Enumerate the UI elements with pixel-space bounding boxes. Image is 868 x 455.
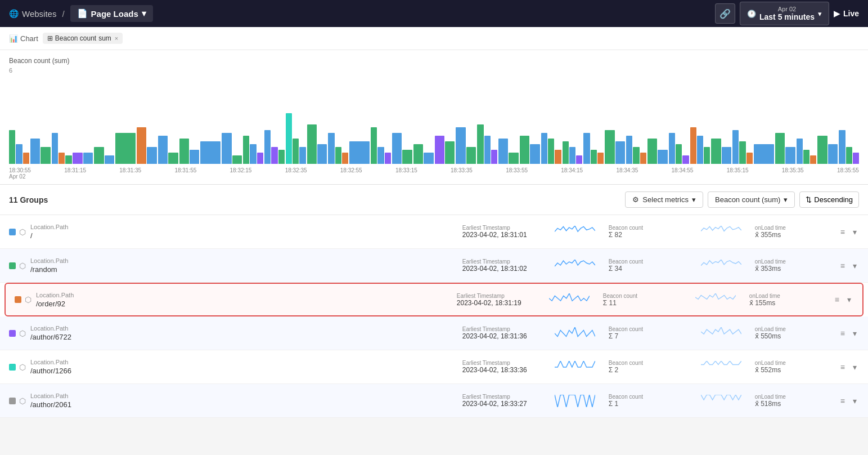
row-filter-button[interactable]: ≡: [838, 226, 847, 238]
field-value: /author/1266: [30, 367, 462, 375]
sort-order-button[interactable]: ⇅ Descending: [799, 191, 859, 208]
bar-group: [583, 133, 604, 164]
metric-badge-close[interactable]: ×: [115, 35, 118, 42]
row-expand-button[interactable]: ▾: [851, 260, 859, 271]
sort-order-label: Descending: [814, 195, 853, 204]
row-expand-button[interactable]: ▾: [851, 226, 859, 238]
breadcrumb-websites[interactable]: Websites: [22, 9, 56, 19]
metric-val-timestamp: 2023-04-02, 18:33:36: [462, 366, 527, 374]
field-value: /author/2061: [30, 400, 462, 409]
field-name: Location.Path: [36, 292, 457, 298]
sparkline: [549, 293, 590, 306]
bar-segment: [541, 133, 547, 164]
bar-group: [307, 124, 327, 164]
bar-segment: [250, 144, 256, 164]
row-filter-button[interactable]: ≡: [838, 395, 847, 407]
metric-badge-agg: sum: [98, 34, 111, 42]
row-filter-button[interactable]: ≡: [838, 260, 847, 271]
table-row: ⬡Location.Path/author/1266Earliest Times…: [0, 350, 868, 384]
row-color-indicator: [9, 330, 16, 337]
bar-group: [711, 139, 731, 164]
field-name: Location.Path: [30, 325, 462, 332]
bar-group: [328, 133, 348, 164]
metric-sort-button[interactable]: Beacon count (sum) ▾: [708, 191, 795, 208]
table-row: ⬡Location.Path/randomEarliest Timestamp2…: [0, 249, 868, 283]
chart-type-label: Chart: [20, 34, 38, 43]
metric-val-beacon: Σ 1: [609, 400, 618, 408]
row-filter-button[interactable]: ≡: [838, 328, 847, 339]
bar-chart: [9, 75, 859, 165]
metric-val-onload: x̄ 155ms: [749, 299, 775, 307]
bar-group: [690, 127, 710, 164]
metric-name-beacon: Beacon count: [609, 225, 643, 231]
metric-cell-beacon-count: Beacon countΣ 1: [609, 394, 687, 408]
metric-name-timestamp: Earliest Timestamp: [462, 225, 510, 231]
row-actions: ≡ ▾: [838, 362, 859, 373]
time-range-button[interactable]: 🕐 Apr 02 Last 5 minutes ▾: [740, 2, 829, 25]
row-tag-icon: ⬡: [19, 227, 26, 237]
live-button[interactable]: ▶ Live: [834, 9, 859, 18]
x-axis-tick: 18:34:15: [561, 167, 583, 180]
bar-segment: [605, 130, 614, 164]
bar-segment: [785, 147, 795, 164]
bar-group: [200, 141, 221, 164]
metric-name-timestamp: Earliest Timestamp: [457, 293, 505, 299]
x-axis-tick: 18:31:35: [119, 167, 141, 180]
bar-segment: [30, 139, 40, 164]
clock-icon: 🕐: [747, 10, 756, 18]
bar-segment: [137, 127, 146, 164]
bar-segment: [477, 124, 483, 164]
sparkline: [701, 260, 741, 272]
chart-bar-icon: 📊: [9, 34, 18, 43]
groups-controls: ⚙ Select metrics ▾ Beacon count (sum) ▾ …: [625, 191, 859, 208]
bar-segment: [271, 147, 277, 164]
row-label: Location.Path/order/92: [36, 292, 457, 308]
field-name: Location.Path: [30, 359, 462, 365]
metric-val-beacon: Σ 34: [609, 265, 622, 273]
play-icon: ▶: [834, 9, 840, 18]
chevron-down-icon-sort: ▾: [784, 195, 788, 204]
metric-val-onload: x̄ 550ms: [755, 332, 781, 340]
row-expand-button[interactable]: ▾: [851, 395, 859, 407]
bar-group: [222, 133, 242, 164]
row-expand-button[interactable]: ▾: [851, 328, 859, 339]
x-axis: 18:30:55 Apr 0218:31:1518:31:3518:31:551…: [9, 165, 859, 184]
row-metrics: Earliest Timestamp2023-04-02, 18:33:36Be…: [462, 360, 834, 374]
bar-segment: [424, 153, 433, 164]
bar-segment: [597, 153, 604, 164]
bar-group: [349, 141, 370, 164]
row-color-indicator: [9, 229, 16, 235]
chart-toolbar: 📊 Chart ⊞ Beacon count sum ×: [0, 27, 868, 50]
row-expand-button[interactable]: ▾: [845, 294, 853, 305]
metric-cell-timestamp: Earliest Timestamp2023-04-02, 18:33:27: [462, 394, 541, 408]
sparkline: [701, 226, 741, 238]
bar-segment: [52, 133, 58, 164]
metric-cell-beacon-count: Beacon countΣ 2: [609, 360, 687, 374]
bar-group: [797, 139, 817, 164]
bar-segment: [413, 144, 423, 164]
select-metrics-button[interactable]: ⚙ Select metrics ▾: [625, 191, 703, 208]
bar-segment: [147, 147, 156, 164]
metric-val-beacon: Σ 11: [603, 299, 617, 307]
metric-name-beacon: Beacon count: [609, 394, 643, 400]
row-expand-button[interactable]: ▾: [851, 362, 859, 373]
link-button[interactable]: 🔗: [715, 3, 735, 24]
metric-cell-beacon-count: Beacon countΣ 82: [609, 225, 687, 239]
metric-val-timestamp: 2023-04-02, 18:31:36: [462, 332, 527, 340]
bar-segment: [335, 147, 341, 164]
metric-name-timestamp: Earliest Timestamp: [462, 258, 510, 265]
metric-val-timestamp: 2023-04-02, 18:33:27: [462, 400, 527, 408]
metric-name-onload: onLoad time: [749, 293, 780, 299]
row-filter-button[interactable]: ≡: [833, 294, 842, 305]
gear-icon: ⚙: [632, 195, 639, 204]
bar-segment: [697, 136, 703, 164]
bar-segment: [690, 127, 696, 164]
bar-segment: [797, 139, 803, 164]
metric-cell-onload: onLoad timex̄ 552ms: [755, 360, 834, 374]
row-filter-button[interactable]: ≡: [838, 362, 847, 373]
page-title-button[interactable]: 📄 Page Loads ▾: [70, 5, 153, 22]
bar-segment: [73, 153, 82, 164]
bar-group: [775, 133, 795, 164]
metric-cell-onload: onLoad timex̄ 355ms: [755, 225, 834, 239]
chart-type-button[interactable]: 📊 Chart: [9, 34, 38, 43]
